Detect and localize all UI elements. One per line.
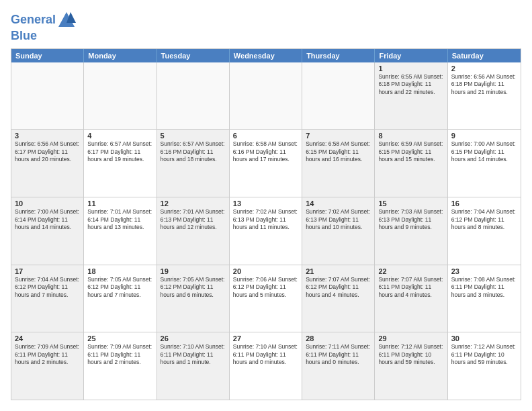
day-cell: 6Sunrise: 6:58 AM Sunset: 6:16 PM Daylig…: [230, 130, 302, 197]
day-number: 5: [161, 132, 226, 140]
day-number: 9: [451, 132, 517, 140]
day-info: Sunrise: 7:02 AM Sunset: 6:13 PM Dayligh…: [306, 208, 371, 231]
day-cell: 15Sunrise: 7:03 AM Sunset: 6:13 PM Dayli…: [375, 197, 447, 265]
day-number: 26: [161, 334, 226, 342]
empty-cell: [157, 62, 230, 130]
day-number: 29: [378, 334, 443, 342]
day-cell: 18Sunrise: 7:05 AM Sunset: 6:12 PM Dayli…: [84, 265, 157, 332]
day-cell: 30Sunrise: 7:12 AM Sunset: 6:11 PM Dayli…: [448, 332, 521, 400]
day-number: 7: [306, 132, 371, 140]
day-cell: 27Sunrise: 7:10 AM Sunset: 6:11 PM Dayli…: [230, 332, 302, 400]
day-cell: 14Sunrise: 7:02 AM Sunset: 6:13 PM Dayli…: [302, 197, 375, 265]
calendar-body: 1Sunrise: 6:55 AM Sunset: 6:18 PM Daylig…: [11, 62, 521, 400]
day-info: Sunrise: 7:05 AM Sunset: 6:12 PM Dayligh…: [161, 276, 226, 299]
day-number: 3: [15, 132, 80, 140]
empty-cell: [230, 62, 302, 130]
day-cell: 3Sunrise: 6:56 AM Sunset: 6:17 PM Daylig…: [11, 130, 84, 197]
day-info: Sunrise: 6:56 AM Sunset: 6:18 PM Dayligh…: [451, 73, 517, 96]
calendar-row: 3Sunrise: 6:56 AM Sunset: 6:17 PM Daylig…: [11, 129, 521, 197]
day-number: 27: [233, 334, 298, 342]
day-cell: 26Sunrise: 7:10 AM Sunset: 6:11 PM Dayli…: [157, 332, 230, 400]
day-number: 19: [161, 267, 226, 275]
header-day: Thursday: [302, 49, 375, 62]
header-day: Sunday: [11, 49, 84, 62]
day-info: Sunrise: 6:57 AM Sunset: 6:17 PM Dayligh…: [87, 140, 152, 163]
day-info: Sunrise: 6:58 AM Sunset: 6:16 PM Dayligh…: [233, 140, 298, 163]
day-number: 10: [15, 199, 80, 208]
day-number: 17: [15, 267, 80, 275]
day-info: Sunrise: 7:12 AM Sunset: 6:11 PM Dayligh…: [378, 343, 443, 366]
logo-icon: [57, 11, 76, 30]
calendar-row: 24Sunrise: 7:09 AM Sunset: 6:11 PM Dayli…: [11, 332, 521, 400]
header-day: Monday: [84, 49, 157, 62]
logo-blue: Blue: [11, 29, 37, 42]
day-info: Sunrise: 6:56 AM Sunset: 6:17 PM Dayligh…: [15, 140, 80, 163]
day-cell: 1Sunrise: 6:55 AM Sunset: 6:18 PM Daylig…: [375, 62, 447, 130]
header-day: Saturday: [448, 49, 521, 62]
day-number: 12: [161, 199, 226, 208]
day-cell: 17Sunrise: 7:04 AM Sunset: 6:12 PM Dayli…: [11, 265, 84, 332]
day-info: Sunrise: 7:07 AM Sunset: 6:12 PM Dayligh…: [306, 276, 371, 299]
header-day: Tuesday: [157, 49, 230, 62]
day-cell: 12Sunrise: 7:01 AM Sunset: 6:13 PM Dayli…: [157, 197, 230, 265]
day-cell: 8Sunrise: 6:59 AM Sunset: 6:15 PM Daylig…: [375, 130, 447, 197]
day-info: Sunrise: 7:10 AM Sunset: 6:11 PM Dayligh…: [161, 343, 226, 366]
day-cell: 13Sunrise: 7:02 AM Sunset: 6:13 PM Dayli…: [230, 197, 302, 265]
day-number: 18: [87, 267, 152, 275]
day-cell: 22Sunrise: 7:07 AM Sunset: 6:11 PM Dayli…: [375, 265, 447, 332]
day-number: 13: [233, 199, 298, 208]
day-cell: 11Sunrise: 7:01 AM Sunset: 6:14 PM Dayli…: [84, 197, 157, 265]
page: General Blue SundayMondayTuesdayWednesda…: [0, 0, 532, 411]
day-info: Sunrise: 6:59 AM Sunset: 6:15 PM Dayligh…: [378, 140, 443, 163]
day-number: 28: [306, 334, 371, 342]
day-number: 1: [378, 64, 443, 73]
day-number: 30: [451, 334, 517, 342]
empty-cell: [302, 62, 375, 130]
day-info: Sunrise: 7:09 AM Sunset: 6:11 PM Dayligh…: [87, 343, 152, 366]
day-cell: 20Sunrise: 7:06 AM Sunset: 6:12 PM Dayli…: [230, 265, 302, 332]
day-cell: 24Sunrise: 7:09 AM Sunset: 6:11 PM Dayli…: [11, 332, 84, 400]
calendar: SundayMondayTuesdayWednesdayThursdayFrid…: [11, 48, 521, 400]
day-info: Sunrise: 6:57 AM Sunset: 6:16 PM Dayligh…: [161, 140, 226, 163]
empty-cell: [84, 62, 157, 130]
day-info: Sunrise: 7:10 AM Sunset: 6:11 PM Dayligh…: [233, 343, 298, 366]
logo: General Blue: [11, 11, 76, 43]
day-info: Sunrise: 7:02 AM Sunset: 6:13 PM Dayligh…: [233, 208, 298, 231]
day-cell: 4Sunrise: 6:57 AM Sunset: 6:17 PM Daylig…: [84, 130, 157, 197]
empty-cell: [11, 62, 84, 130]
header-day: Wednesday: [230, 49, 302, 62]
day-number: 20: [233, 267, 298, 275]
logo-text: General Blue: [11, 11, 76, 43]
day-cell: 19Sunrise: 7:05 AM Sunset: 6:12 PM Dayli…: [157, 265, 230, 332]
day-cell: 9Sunrise: 7:00 AM Sunset: 6:15 PM Daylig…: [448, 130, 521, 197]
day-info: Sunrise: 7:01 AM Sunset: 6:13 PM Dayligh…: [161, 208, 226, 231]
day-info: Sunrise: 7:11 AM Sunset: 6:11 PM Dayligh…: [306, 343, 371, 366]
day-cell: 2Sunrise: 6:56 AM Sunset: 6:18 PM Daylig…: [448, 62, 521, 130]
day-info: Sunrise: 7:05 AM Sunset: 6:12 PM Dayligh…: [87, 276, 152, 299]
day-info: Sunrise: 7:00 AM Sunset: 6:14 PM Dayligh…: [15, 208, 80, 231]
day-number: 24: [15, 334, 80, 342]
day-cell: 16Sunrise: 7:04 AM Sunset: 6:12 PM Dayli…: [448, 197, 521, 265]
day-cell: 21Sunrise: 7:07 AM Sunset: 6:12 PM Dayli…: [302, 265, 375, 332]
day-number: 16: [451, 199, 517, 208]
day-number: 2: [451, 64, 517, 73]
day-number: 15: [378, 199, 443, 208]
day-cell: 25Sunrise: 7:09 AM Sunset: 6:11 PM Dayli…: [84, 332, 157, 400]
logo-general: General: [11, 13, 56, 26]
day-info: Sunrise: 6:58 AM Sunset: 6:15 PM Dayligh…: [306, 140, 371, 163]
day-info: Sunrise: 7:04 AM Sunset: 6:12 PM Dayligh…: [15, 276, 80, 299]
day-info: Sunrise: 7:03 AM Sunset: 6:13 PM Dayligh…: [378, 208, 443, 231]
day-number: 23: [451, 267, 517, 275]
day-cell: 28Sunrise: 7:11 AM Sunset: 6:11 PM Dayli…: [302, 332, 375, 400]
header: General Blue: [11, 11, 521, 43]
day-cell: 7Sunrise: 6:58 AM Sunset: 6:15 PM Daylig…: [302, 130, 375, 197]
day-number: 8: [378, 132, 443, 140]
calendar-row: 17Sunrise: 7:04 AM Sunset: 6:12 PM Dayli…: [11, 265, 521, 332]
day-cell: 29Sunrise: 7:12 AM Sunset: 6:11 PM Dayli…: [375, 332, 447, 400]
day-info: Sunrise: 7:06 AM Sunset: 6:12 PM Dayligh…: [233, 276, 298, 299]
day-info: Sunrise: 7:07 AM Sunset: 6:11 PM Dayligh…: [378, 276, 443, 299]
day-info: Sunrise: 7:12 AM Sunset: 6:11 PM Dayligh…: [451, 343, 517, 366]
day-cell: 23Sunrise: 7:08 AM Sunset: 6:11 PM Dayli…: [448, 265, 521, 332]
day-number: 22: [378, 267, 443, 275]
day-number: 11: [87, 199, 152, 208]
